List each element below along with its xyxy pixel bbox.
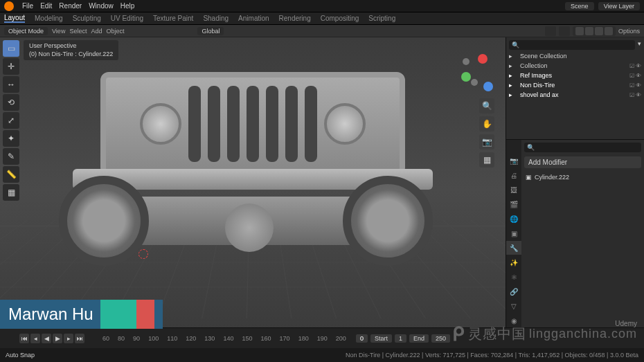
menu-edit[interactable]: Edit bbox=[40, 2, 52, 10]
tool-scale-icon[interactable]: ⤢ bbox=[3, 112, 19, 129]
scene-tab-icon[interactable]: 🎬 bbox=[506, 197, 521, 211]
exclude-icon: ☑ bbox=[629, 63, 634, 69]
header-object[interactable]: Object bbox=[106, 28, 124, 35]
axis-y-icon[interactable] bbox=[461, 72, 471, 82]
jump-start-icon[interactable]: ⏮ bbox=[19, 334, 29, 343]
current-frame[interactable]: 0 bbox=[356, 334, 368, 343]
3d-viewport[interactable]: User Perspective (0) Non Dis-Tire : Cyli… bbox=[0, 37, 506, 342]
tab-sculpting[interactable]: Sculpting bbox=[73, 15, 101, 22]
jeep-grille bbox=[100, 72, 405, 176]
tab-shading[interactable]: Shading bbox=[203, 15, 229, 22]
keyframe-back-icon[interactable]: ◂ bbox=[30, 334, 40, 343]
output-tab-icon[interactable]: 🖨 bbox=[506, 168, 521, 182]
outliner-panel: 🔍 ▾ ▸Scene Collection ▸Collection☑👁 ▸Ref… bbox=[506, 37, 644, 140]
play-icon[interactable]: ▶ bbox=[53, 334, 62, 343]
object-tab-icon[interactable]: ▣ bbox=[506, 226, 521, 240]
tool-rotate-icon[interactable]: ⟲ bbox=[3, 94, 19, 111]
xray-toggle-icon[interactable] bbox=[559, 26, 570, 36]
tab-scripting[interactable]: Scripting bbox=[368, 15, 395, 22]
collection-row[interactable]: ▸shovel and ax☑👁 bbox=[509, 90, 641, 100]
wheel-left bbox=[59, 176, 149, 266]
navigation-gizmo[interactable] bbox=[457, 51, 499, 93]
end-label: End bbox=[409, 334, 429, 343]
collection-row[interactable]: ▸Ref Images☑👁 bbox=[509, 71, 641, 80]
render-tab-icon[interactable]: 📷 bbox=[506, 154, 521, 168]
tool-measure-icon[interactable]: 📏 bbox=[3, 166, 19, 183]
timeline-ruler[interactable]: 608090100110120130140150160170180190200 bbox=[98, 335, 350, 342]
data-tab-icon[interactable]: ▽ bbox=[506, 299, 521, 313]
watermark-cn: 灵感中国 bbox=[468, 325, 526, 343]
tool-cursor-icon[interactable]: ✛ bbox=[3, 58, 19, 75]
tab-modeling[interactable]: Modeling bbox=[35, 15, 63, 22]
end-frame[interactable]: 250 bbox=[431, 334, 450, 343]
world-tab-icon[interactable]: 🌐 bbox=[506, 212, 521, 226]
jeep-model bbox=[42, 51, 450, 300]
headlight-left bbox=[140, 103, 181, 145]
camera-icon[interactable]: 📷 bbox=[479, 134, 494, 150]
axis-neg2-icon[interactable] bbox=[471, 79, 478, 86]
axis-x-icon[interactable] bbox=[478, 54, 488, 64]
play-reverse-icon[interactable]: ◀ bbox=[42, 334, 51, 343]
viewport-header: Object Mode View Select Add Object Globa… bbox=[0, 25, 644, 37]
tab-texture[interactable]: Texture Paint bbox=[153, 15, 193, 22]
collection-row[interactable]: ▸Collection☑👁 bbox=[509, 61, 641, 71]
keyframe-forward-icon[interactable]: ▸ bbox=[64, 334, 73, 343]
particles-tab-icon[interactable]: ✨ bbox=[506, 255, 521, 269]
viewlayer-field[interactable]: View Layer bbox=[598, 2, 640, 10]
scene-collection-row[interactable]: ▸Scene Collection bbox=[509, 51, 641, 61]
modifier-tab-icon[interactable]: 🔧 bbox=[506, 241, 521, 255]
mode-dropdown[interactable]: Object Mode bbox=[4, 27, 48, 35]
banner-name: Marwan Hu bbox=[8, 305, 93, 324]
tab-rendering[interactable]: Rendering bbox=[279, 15, 311, 22]
tool-annotate-icon[interactable]: ✎ bbox=[3, 148, 19, 165]
header-add[interactable]: Add bbox=[91, 28, 102, 35]
axis-neg-icon[interactable] bbox=[463, 58, 469, 65]
persp-icon[interactable]: ▦ bbox=[479, 152, 494, 168]
object-name-label: Cylinder.222 bbox=[535, 174, 569, 181]
menu-window[interactable]: Window bbox=[89, 2, 114, 10]
eye-icon: 👁 bbox=[636, 63, 641, 69]
tool-select-box-icon[interactable]: ▭ bbox=[3, 40, 19, 57]
header-select[interactable]: Select bbox=[69, 28, 87, 35]
name-banner: Marwan Hu bbox=[0, 300, 163, 329]
menu-file[interactable]: File bbox=[22, 2, 33, 10]
viewlayer-tab-icon[interactable]: 🖼 bbox=[506, 183, 521, 197]
overlays-toggle-icon[interactable] bbox=[545, 26, 556, 36]
filter-icon[interactable]: ▾ bbox=[638, 40, 641, 50]
shading-modes[interactable] bbox=[573, 26, 616, 36]
watermark-logo-icon: ᑭ bbox=[452, 323, 465, 345]
scene-field[interactable]: Scene bbox=[565, 2, 594, 10]
outliner-search[interactable]: 🔍 bbox=[509, 40, 635, 50]
tool-addcube-icon[interactable]: ▦ bbox=[3, 184, 19, 201]
jeep-axle bbox=[128, 197, 377, 245]
wheel-right bbox=[343, 176, 433, 266]
start-frame[interactable]: 1 bbox=[395, 334, 406, 343]
options-dropdown[interactable]: Options bbox=[618, 28, 640, 35]
menu-help[interactable]: Help bbox=[120, 2, 135, 10]
zoom-icon[interactable]: 🔍 bbox=[479, 98, 494, 114]
watermark-en: lingganchina.com bbox=[529, 327, 637, 341]
add-modifier-button[interactable]: Add Modifier bbox=[524, 156, 641, 168]
axis-z-icon[interactable] bbox=[483, 82, 493, 91]
menu-render[interactable]: Render bbox=[59, 2, 82, 10]
object-icon: ▣ bbox=[526, 174, 532, 181]
collection-row[interactable]: ▸Non Dis-Tire☑👁 bbox=[509, 80, 641, 90]
jump-end-icon[interactable]: ⏭ bbox=[75, 334, 84, 343]
orientation-dropdown[interactable]: Global bbox=[197, 27, 224, 35]
header-view[interactable]: View bbox=[52, 28, 65, 35]
right-panels: 🔍 ▾ ▸Scene Collection ▸Collection☑👁 ▸Ref… bbox=[506, 37, 644, 342]
tool-move-icon[interactable]: ↔ bbox=[3, 76, 19, 93]
constraints-tab-icon[interactable]: 🔗 bbox=[506, 284, 521, 298]
headlight-right bbox=[324, 103, 366, 145]
3d-cursor-icon bbox=[138, 249, 148, 259]
differential bbox=[225, 203, 274, 252]
tab-compositing[interactable]: Compositing bbox=[321, 15, 359, 22]
properties-search[interactable]: 🔍 bbox=[524, 143, 641, 152]
tab-animation[interactable]: Animation bbox=[238, 15, 269, 22]
tab-layout[interactable]: Layout bbox=[4, 14, 25, 23]
blender-logo-icon bbox=[4, 1, 14, 11]
tab-uv[interactable]: UV Editing bbox=[111, 15, 143, 22]
pan-icon[interactable]: ✋ bbox=[479, 116, 494, 132]
physics-tab-icon[interactable]: ⚛ bbox=[506, 270, 521, 284]
tool-transform-icon[interactable]: ✦ bbox=[3, 130, 19, 147]
